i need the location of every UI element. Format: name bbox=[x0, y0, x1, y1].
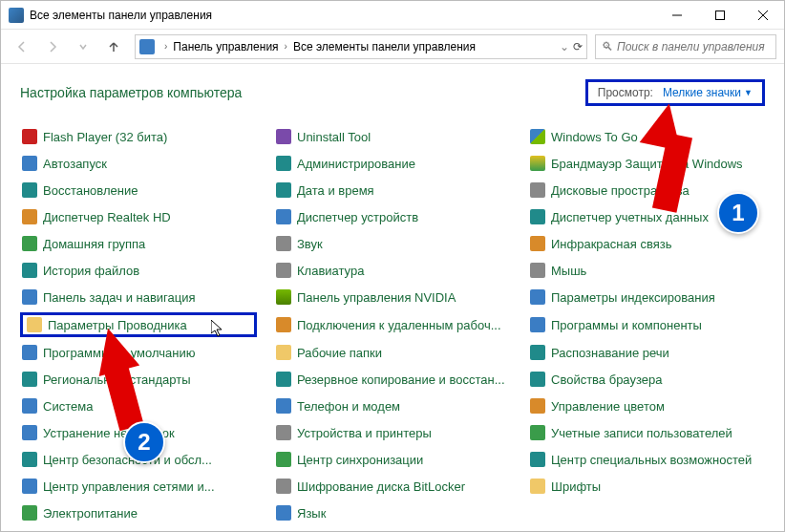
control-panel-item[interactable]: Панель задач и навигация bbox=[20, 286, 257, 309]
annotation-badge-1: 1 bbox=[717, 192, 759, 234]
address-bar[interactable]: › Панель управления › Все элементы панел… bbox=[135, 34, 587, 59]
control-panel-item[interactable]: Центр управления сетями и... bbox=[20, 475, 257, 498]
control-panel-item[interactable]: Система bbox=[20, 394, 257, 417]
item-icon bbox=[22, 289, 37, 305]
control-panel-item[interactable]: Шифрование диска BitLocker bbox=[274, 475, 511, 498]
control-panel-item[interactable]: Электропитание bbox=[20, 501, 257, 524]
item-label: Мышь bbox=[551, 264, 586, 278]
control-panel-item[interactable]: Устройства и принтеры bbox=[274, 421, 511, 444]
forward-button[interactable] bbox=[39, 33, 66, 60]
item-label: Администрирование bbox=[297, 157, 415, 171]
window-title: Все элементы панели управления bbox=[30, 9, 655, 22]
minimize-button[interactable] bbox=[655, 1, 698, 30]
control-panel-item[interactable]: Дата и время bbox=[274, 179, 511, 202]
up-button[interactable] bbox=[100, 33, 127, 60]
item-label: Диспетчер устройств bbox=[297, 210, 418, 224]
item-icon bbox=[530, 345, 545, 360]
control-panel-item[interactable]: Flash Player (32 бита) bbox=[20, 125, 257, 148]
view-by-label: Просмотр: bbox=[598, 86, 653, 99]
item-icon bbox=[22, 479, 37, 494]
control-panel-item[interactable]: Региональные стандарты bbox=[20, 368, 257, 391]
item-icon bbox=[530, 209, 545, 224]
page-title: Настройка параметров компьютера bbox=[20, 85, 585, 100]
control-panel-item[interactable]: Шрифты bbox=[528, 475, 765, 498]
item-label: Диспетчер Realtek HD bbox=[43, 210, 171, 224]
item-icon bbox=[22, 372, 37, 387]
item-label: Язык bbox=[297, 506, 326, 521]
control-panel-item[interactable]: Администрирование bbox=[274, 152, 511, 175]
item-icon bbox=[22, 182, 37, 198]
item-icon bbox=[22, 425, 37, 440]
item-label: Шрифты bbox=[551, 479, 601, 494]
control-panel-item[interactable]: Автозапуск bbox=[20, 152, 257, 175]
item-label: Электропитание bbox=[43, 506, 138, 521]
control-panel-item[interactable]: Распознавание речи bbox=[528, 341, 765, 364]
control-panel-item[interactable]: Резервное копирование и восстан... bbox=[274, 368, 511, 391]
item-label: Рабочие папки bbox=[297, 346, 382, 360]
svg-rect-1 bbox=[715, 11, 724, 19]
item-label: Инфракрасная связь bbox=[551, 237, 671, 251]
control-panel-item[interactable]: Язык bbox=[274, 501, 511, 524]
control-panel-item[interactable]: Uninstall Tool bbox=[274, 125, 511, 148]
item-icon bbox=[276, 479, 291, 494]
control-panel-item[interactable]: Восстановление bbox=[20, 179, 257, 202]
search-input[interactable] bbox=[617, 40, 770, 53]
control-panel-item[interactable]: Центр синхронизации bbox=[274, 448, 511, 471]
control-panel-item[interactable]: Программы по умолчанию bbox=[20, 341, 257, 364]
control-panel-item[interactable]: Рабочие папки bbox=[274, 341, 511, 364]
item-icon bbox=[530, 372, 545, 387]
maximize-button[interactable] bbox=[698, 1, 741, 30]
item-icon bbox=[530, 182, 545, 198]
item-label: Брандмауэр Защитника Windows bbox=[551, 157, 743, 171]
item-icon bbox=[276, 209, 291, 224]
item-label: Программы и компоненты bbox=[551, 318, 702, 332]
control-panel-item[interactable]: Инфракрасная связь bbox=[528, 232, 765, 255]
history-dropdown[interactable] bbox=[70, 33, 96, 60]
chevron-right-icon[interactable]: › bbox=[285, 41, 287, 52]
control-panel-item[interactable]: Параметры Проводника bbox=[20, 312, 257, 337]
item-label: Региональные стандарты bbox=[43, 372, 190, 387]
control-panel-item[interactable]: Клавиатура bbox=[274, 259, 511, 282]
item-label: Распознавание речи bbox=[551, 346, 669, 360]
control-panel-item[interactable]: Мышь bbox=[528, 259, 765, 282]
search-icon: 🔍︎ bbox=[602, 40, 613, 53]
control-panel-item[interactable]: Звук bbox=[274, 232, 511, 255]
control-panel-item[interactable]: Свойства браузера bbox=[528, 368, 765, 391]
chevron-right-icon[interactable]: › bbox=[164, 41, 167, 52]
item-label: Центр синхронизации bbox=[297, 453, 423, 467]
view-by-control[interactable]: Просмотр: Мелкие значки ▼ bbox=[585, 79, 765, 106]
control-panel-item[interactable]: Домашняя группа bbox=[20, 232, 257, 255]
control-panel-item[interactable]: Управление цветом bbox=[528, 394, 765, 417]
back-button[interactable] bbox=[9, 33, 35, 60]
item-icon bbox=[22, 398, 37, 414]
chevron-down-icon[interactable]: ⌄ bbox=[560, 40, 569, 53]
search-box[interactable]: 🔍︎ bbox=[595, 34, 776, 59]
control-panel-item[interactable]: Диспетчер устройств bbox=[274, 205, 511, 228]
control-panel-item[interactable]: Подключения к удаленным рабоч... bbox=[274, 312, 511, 337]
item-icon bbox=[276, 425, 291, 440]
item-label: Центр управления сетями и... bbox=[43, 479, 215, 494]
control-panel-item[interactable]: Учетные записи пользователей bbox=[528, 421, 765, 444]
item-icon bbox=[530, 236, 545, 251]
control-panel-item[interactable]: Панель управления NVIDIA bbox=[274, 286, 511, 309]
control-panel-item[interactable]: Центр специальных возможностей bbox=[528, 448, 765, 471]
control-panel-item[interactable]: Телефон и модем bbox=[274, 394, 511, 417]
view-by-value[interactable]: Мелкие значки ▼ bbox=[663, 86, 753, 99]
close-button[interactable] bbox=[741, 1, 784, 30]
control-panel-icon bbox=[139, 39, 155, 54]
control-panel-item[interactable]: Брандмауэр Защитника Windows bbox=[528, 152, 765, 175]
item-label: Программы по умолчанию bbox=[43, 346, 195, 360]
breadcrumb-part-all-items[interactable]: Все элементы панели управления bbox=[293, 40, 476, 53]
item-label: История файлов bbox=[43, 264, 139, 278]
breadcrumb-part-control-panel[interactable]: Панель управления bbox=[173, 40, 278, 53]
item-label: Uninstall Tool bbox=[297, 130, 371, 144]
control-panel-item[interactable]: Параметры индексирования bbox=[528, 286, 765, 309]
annotation-badge-2: 2 bbox=[123, 421, 165, 463]
item-icon bbox=[276, 263, 291, 278]
item-label: Звук bbox=[297, 237, 323, 251]
control-panel-item[interactable]: Диспетчер Realtek HD bbox=[20, 205, 257, 228]
refresh-icon[interactable]: ⟳ bbox=[573, 40, 583, 53]
control-panel-item[interactable]: Программы и компоненты bbox=[528, 312, 765, 337]
control-panel-item[interactable]: Windows To Go bbox=[528, 125, 765, 148]
control-panel-item[interactable]: История файлов bbox=[20, 259, 257, 282]
